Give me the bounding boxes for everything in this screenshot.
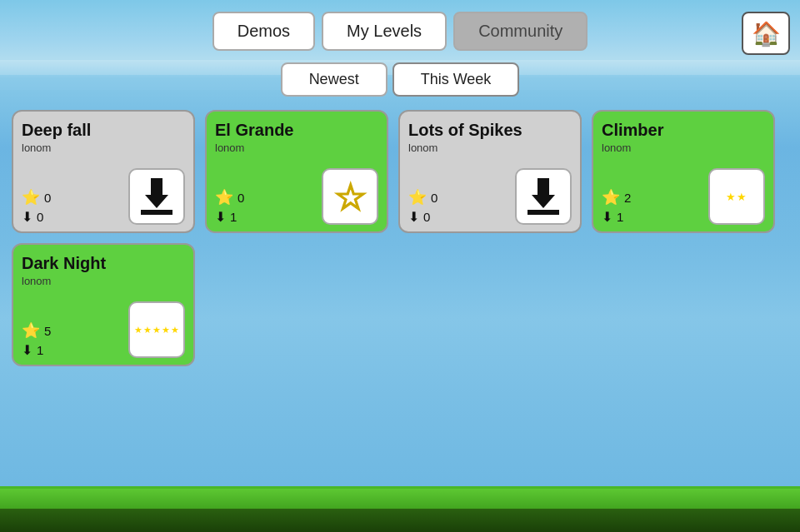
star-stat: ⭐ 0 — [215, 188, 244, 206]
download-count-icon: ⬇ — [215, 209, 226, 225]
download-button[interactable] — [515, 168, 572, 225]
star-icon: ⭐ — [22, 321, 40, 340]
card-author: lonom — [215, 142, 378, 154]
download-stat: ⬇ 1 — [602, 209, 631, 225]
star-stat: ⭐ 0 — [408, 188, 438, 206]
star-stat: ⭐ 2 — [602, 188, 631, 206]
card-title: Deep fall — [22, 120, 185, 140]
cards-grid: Deep fall lonom ⭐ 0 ⬇ 0 — [0, 110, 800, 366]
rating-button[interactable]: ★★ — [708, 168, 765, 225]
stars-rating-icon: ★★ — [726, 191, 748, 203]
tab-demos[interactable]: Demos — [212, 12, 315, 51]
card-dark-night: Dark Night lonom ⭐ 5 ⬇ 1 ★★★★★ — [12, 243, 195, 366]
card-title: Dark Night — [22, 253, 185, 273]
download-arrow-icon — [528, 178, 559, 215]
star-icon: ⭐ — [22, 188, 40, 206]
card-bottom: ⭐ 0 ⬇ 0 — [408, 168, 572, 225]
card-author: lonom — [602, 142, 765, 154]
star-icon: ⭐ — [602, 188, 620, 206]
download-stat: ⬇ 0 — [408, 209, 438, 225]
card-stats: ⭐ 5 ⬇ 1 — [22, 321, 51, 358]
tab-community[interactable]: Community — [453, 12, 588, 51]
card-stats: ⭐ 0 ⬇ 0 — [408, 188, 438, 225]
card-bottom: ⭐ 0 ⬇ 0 — [22, 168, 185, 225]
download-count: 1 — [37, 343, 43, 357]
download-button[interactable] — [128, 168, 185, 225]
download-count-icon: ⬇ — [22, 209, 32, 225]
star-count: 0 — [431, 191, 438, 205]
download-count: 1 — [230, 210, 237, 224]
tab-my-levels[interactable]: My Levels — [322, 12, 447, 51]
card-author: lonom — [22, 142, 185, 154]
download-stat: ⬇ 0 — [22, 209, 51, 225]
home-button[interactable]: 🏠 — [742, 12, 790, 55]
favorite-button[interactable]: ☆ — [322, 168, 378, 225]
card-lots-of-spikes: Lots of Spikes lonom ⭐ 0 ⬇ 0 — [398, 110, 582, 233]
card-title: Lots of Spikes — [408, 120, 572, 140]
card-stats: ⭐ 2 ⬇ 1 — [602, 188, 631, 225]
star-stat: ⭐ 0 — [22, 188, 51, 206]
star-outline-icon: ☆ — [334, 176, 367, 218]
download-count: 0 — [423, 210, 430, 224]
star-icon: ⭐ — [408, 188, 427, 206]
download-count-icon: ⬇ — [408, 209, 419, 225]
tab-newest[interactable]: Newest — [281, 62, 388, 97]
star-count: 5 — [44, 324, 51, 338]
download-count-icon: ⬇ — [22, 342, 32, 358]
card-author: lonom — [408, 142, 572, 154]
card-stats: ⭐ 0 ⬇ 1 — [215, 188, 244, 225]
card-bottom: ⭐ 2 ⬇ 1 ★★ — [602, 168, 765, 225]
star-stat: ⭐ 5 — [22, 321, 51, 340]
download-stat: ⬇ 1 — [22, 342, 51, 358]
sub-navigation: Newest This Week — [0, 59, 800, 110]
star-count: 0 — [238, 191, 244, 205]
card-stats: ⭐ 0 ⬇ 0 — [22, 188, 51, 225]
star-icon: ⭐ — [215, 188, 233, 206]
top-navigation: Demos My Levels Community 🏠 — [0, 0, 800, 59]
download-arrow-icon — [141, 178, 172, 215]
card-climber: Climber lonom ⭐ 2 ⬇ 1 ★★ — [592, 110, 775, 233]
star-count: 2 — [624, 191, 631, 205]
card-deep-fall: Deep fall lonom ⭐ 0 ⬇ 0 — [12, 110, 195, 233]
home-icon: 🏠 — [752, 20, 781, 47]
card-el-grande: El Grande lonom ⭐ 0 ⬇ 1 ☆ — [205, 110, 388, 233]
rating-button[interactable]: ★★★★★ — [128, 301, 185, 358]
download-stat: ⬇ 1 — [215, 209, 244, 225]
card-bottom: ⭐ 5 ⬇ 1 ★★★★★ — [22, 301, 185, 358]
download-count: 0 — [37, 210, 43, 224]
stars-rating-icon: ★★★★★ — [134, 325, 180, 336]
download-count-icon: ⬇ — [602, 209, 612, 225]
tab-this-week[interactable]: This Week — [392, 62, 520, 97]
download-count: 1 — [617, 210, 623, 224]
card-title: El Grande — [215, 120, 378, 140]
card-bottom: ⭐ 0 ⬇ 1 ☆ — [215, 168, 378, 225]
card-author: lonom — [22, 275, 185, 287]
star-count: 0 — [44, 191, 51, 205]
card-title: Climber — [602, 120, 765, 140]
